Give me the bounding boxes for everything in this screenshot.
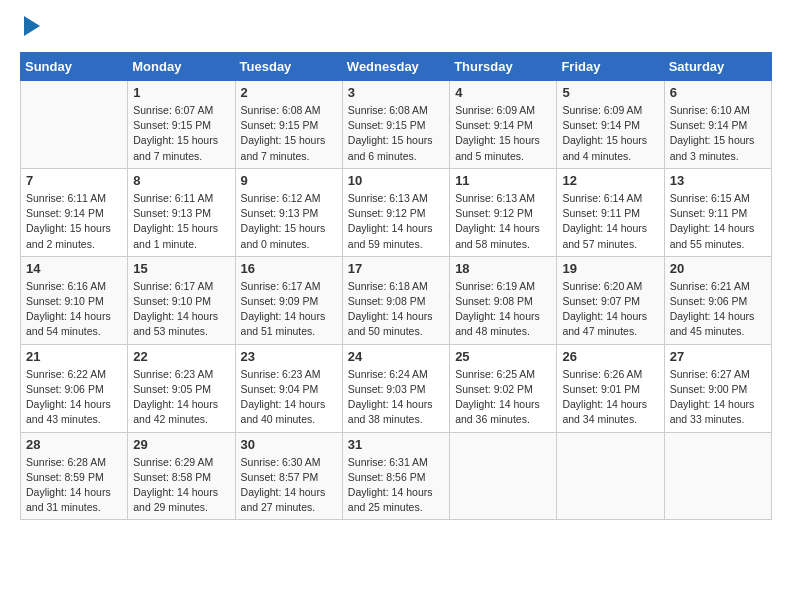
calendar-cell: 25Sunrise: 6:25 AMSunset: 9:02 PMDayligh…: [450, 344, 557, 432]
calendar-cell: 2Sunrise: 6:08 AMSunset: 9:15 PMDaylight…: [235, 81, 342, 169]
calendar-cell: 12Sunrise: 6:14 AMSunset: 9:11 PMDayligh…: [557, 168, 664, 256]
day-number: 11: [455, 173, 551, 188]
day-number: 20: [670, 261, 766, 276]
logo: [20, 20, 40, 36]
day-number: 29: [133, 437, 229, 452]
day-number: 18: [455, 261, 551, 276]
day-number: 16: [241, 261, 337, 276]
day-info: Sunrise: 6:29 AMSunset: 8:58 PMDaylight:…: [133, 455, 229, 516]
day-info: Sunrise: 6:09 AMSunset: 9:14 PMDaylight:…: [562, 103, 658, 164]
calendar-table: Sunday Monday Tuesday Wednesday Thursday…: [20, 52, 772, 520]
day-number: 19: [562, 261, 658, 276]
day-number: 24: [348, 349, 444, 364]
day-number: 21: [26, 349, 122, 364]
calendar-cell: 26Sunrise: 6:26 AMSunset: 9:01 PMDayligh…: [557, 344, 664, 432]
day-info: Sunrise: 6:08 AMSunset: 9:15 PMDaylight:…: [348, 103, 444, 164]
calendar-cell: [557, 432, 664, 520]
calendar-cell: 17Sunrise: 6:18 AMSunset: 9:08 PMDayligh…: [342, 256, 449, 344]
header-saturday: Saturday: [664, 53, 771, 81]
day-number: 14: [26, 261, 122, 276]
day-info: Sunrise: 6:17 AMSunset: 9:09 PMDaylight:…: [241, 279, 337, 340]
page-header: [20, 20, 772, 36]
day-info: Sunrise: 6:17 AMSunset: 9:10 PMDaylight:…: [133, 279, 229, 340]
calendar-cell: [450, 432, 557, 520]
calendar-cell: 18Sunrise: 6:19 AMSunset: 9:08 PMDayligh…: [450, 256, 557, 344]
day-info: Sunrise: 6:23 AMSunset: 9:04 PMDaylight:…: [241, 367, 337, 428]
calendar-cell: 14Sunrise: 6:16 AMSunset: 9:10 PMDayligh…: [21, 256, 128, 344]
calendar-cell: 28Sunrise: 6:28 AMSunset: 8:59 PMDayligh…: [21, 432, 128, 520]
day-number: 28: [26, 437, 122, 452]
day-info: Sunrise: 6:15 AMSunset: 9:11 PMDaylight:…: [670, 191, 766, 252]
calendar-cell: 30Sunrise: 6:30 AMSunset: 8:57 PMDayligh…: [235, 432, 342, 520]
day-number: 27: [670, 349, 766, 364]
day-info: Sunrise: 6:16 AMSunset: 9:10 PMDaylight:…: [26, 279, 122, 340]
header-sunday: Sunday: [21, 53, 128, 81]
day-number: 3: [348, 85, 444, 100]
day-number: 13: [670, 173, 766, 188]
day-number: 9: [241, 173, 337, 188]
day-info: Sunrise: 6:09 AMSunset: 9:14 PMDaylight:…: [455, 103, 551, 164]
calendar-cell: 21Sunrise: 6:22 AMSunset: 9:06 PMDayligh…: [21, 344, 128, 432]
calendar-cell: 22Sunrise: 6:23 AMSunset: 9:05 PMDayligh…: [128, 344, 235, 432]
calendar-header-row: Sunday Monday Tuesday Wednesday Thursday…: [21, 53, 772, 81]
day-info: Sunrise: 6:24 AMSunset: 9:03 PMDaylight:…: [348, 367, 444, 428]
header-monday: Monday: [128, 53, 235, 81]
calendar-week-row: 14Sunrise: 6:16 AMSunset: 9:10 PMDayligh…: [21, 256, 772, 344]
day-info: Sunrise: 6:28 AMSunset: 8:59 PMDaylight:…: [26, 455, 122, 516]
day-number: 17: [348, 261, 444, 276]
calendar-cell: 11Sunrise: 6:13 AMSunset: 9:12 PMDayligh…: [450, 168, 557, 256]
calendar-week-row: 1Sunrise: 6:07 AMSunset: 9:15 PMDaylight…: [21, 81, 772, 169]
day-info: Sunrise: 6:27 AMSunset: 9:00 PMDaylight:…: [670, 367, 766, 428]
calendar-cell: 5Sunrise: 6:09 AMSunset: 9:14 PMDaylight…: [557, 81, 664, 169]
day-info: Sunrise: 6:13 AMSunset: 9:12 PMDaylight:…: [348, 191, 444, 252]
day-number: 12: [562, 173, 658, 188]
day-info: Sunrise: 6:14 AMSunset: 9:11 PMDaylight:…: [562, 191, 658, 252]
day-number: 30: [241, 437, 337, 452]
day-number: 10: [348, 173, 444, 188]
calendar-cell: 9Sunrise: 6:12 AMSunset: 9:13 PMDaylight…: [235, 168, 342, 256]
calendar-week-row: 7Sunrise: 6:11 AMSunset: 9:14 PMDaylight…: [21, 168, 772, 256]
day-number: 31: [348, 437, 444, 452]
calendar-body: 1Sunrise: 6:07 AMSunset: 9:15 PMDaylight…: [21, 81, 772, 520]
calendar-cell: 8Sunrise: 6:11 AMSunset: 9:13 PMDaylight…: [128, 168, 235, 256]
calendar-cell: 7Sunrise: 6:11 AMSunset: 9:14 PMDaylight…: [21, 168, 128, 256]
day-info: Sunrise: 6:30 AMSunset: 8:57 PMDaylight:…: [241, 455, 337, 516]
day-info: Sunrise: 6:11 AMSunset: 9:14 PMDaylight:…: [26, 191, 122, 252]
header-wednesday: Wednesday: [342, 53, 449, 81]
calendar-cell: [21, 81, 128, 169]
day-info: Sunrise: 6:31 AMSunset: 8:56 PMDaylight:…: [348, 455, 444, 516]
day-info: Sunrise: 6:21 AMSunset: 9:06 PMDaylight:…: [670, 279, 766, 340]
calendar-cell: 29Sunrise: 6:29 AMSunset: 8:58 PMDayligh…: [128, 432, 235, 520]
calendar-cell: 3Sunrise: 6:08 AMSunset: 9:15 PMDaylight…: [342, 81, 449, 169]
calendar-cell: 6Sunrise: 6:10 AMSunset: 9:14 PMDaylight…: [664, 81, 771, 169]
day-number: 4: [455, 85, 551, 100]
header-friday: Friday: [557, 53, 664, 81]
day-info: Sunrise: 6:07 AMSunset: 9:15 PMDaylight:…: [133, 103, 229, 164]
calendar-cell: 13Sunrise: 6:15 AMSunset: 9:11 PMDayligh…: [664, 168, 771, 256]
calendar-cell: [664, 432, 771, 520]
header-tuesday: Tuesday: [235, 53, 342, 81]
day-info: Sunrise: 6:18 AMSunset: 9:08 PMDaylight:…: [348, 279, 444, 340]
day-info: Sunrise: 6:12 AMSunset: 9:13 PMDaylight:…: [241, 191, 337, 252]
calendar-cell: 4Sunrise: 6:09 AMSunset: 9:14 PMDaylight…: [450, 81, 557, 169]
day-info: Sunrise: 6:10 AMSunset: 9:14 PMDaylight:…: [670, 103, 766, 164]
day-number: 23: [241, 349, 337, 364]
day-number: 22: [133, 349, 229, 364]
day-number: 2: [241, 85, 337, 100]
day-info: Sunrise: 6:25 AMSunset: 9:02 PMDaylight:…: [455, 367, 551, 428]
day-number: 25: [455, 349, 551, 364]
calendar-cell: 23Sunrise: 6:23 AMSunset: 9:04 PMDayligh…: [235, 344, 342, 432]
calendar-cell: 27Sunrise: 6:27 AMSunset: 9:00 PMDayligh…: [664, 344, 771, 432]
calendar-week-row: 28Sunrise: 6:28 AMSunset: 8:59 PMDayligh…: [21, 432, 772, 520]
day-info: Sunrise: 6:19 AMSunset: 9:08 PMDaylight:…: [455, 279, 551, 340]
calendar-cell: 10Sunrise: 6:13 AMSunset: 9:12 PMDayligh…: [342, 168, 449, 256]
day-number: 6: [670, 85, 766, 100]
calendar-cell: 15Sunrise: 6:17 AMSunset: 9:10 PMDayligh…: [128, 256, 235, 344]
calendar-cell: 31Sunrise: 6:31 AMSunset: 8:56 PMDayligh…: [342, 432, 449, 520]
day-number: 8: [133, 173, 229, 188]
logo-arrow-icon: [24, 16, 40, 36]
calendar-cell: 1Sunrise: 6:07 AMSunset: 9:15 PMDaylight…: [128, 81, 235, 169]
header-thursday: Thursday: [450, 53, 557, 81]
day-info: Sunrise: 6:11 AMSunset: 9:13 PMDaylight:…: [133, 191, 229, 252]
day-number: 1: [133, 85, 229, 100]
